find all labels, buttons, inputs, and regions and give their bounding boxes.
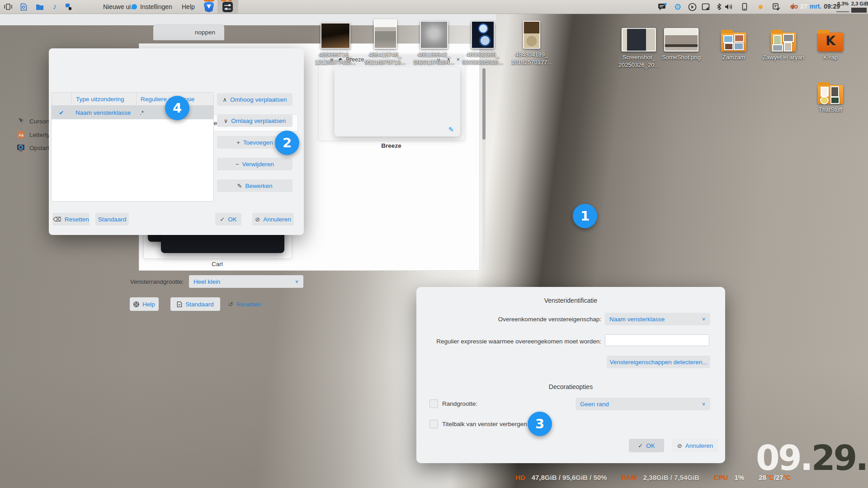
file-label: 485832365_ [456,51,510,58]
edit-button[interactable]: ✎ Bewerken [217,179,292,192]
row-exception-type: Naam vensterklasse [71,109,136,116]
border-size-combobox[interactable]: Geen rand ∨ [576,398,710,410]
reset-button[interactable]: ↺ Resetten [224,297,265,311]
music-note-icon[interactable]: ♪ [50,2,59,11]
matching-property-label: Overeenkomende venstereigenschap: [425,316,601,323]
cpu-monitor-value[interactable]: 0,3% [837,1,849,6]
clock-hours: 09. [756,445,811,472]
settings-app-icon[interactable] [222,2,233,12]
folder-icon: K [818,33,843,52]
svg-text:Aa: Aa [19,133,24,137]
detect-properties-button[interactable]: Venstereigenschappen detecteren... [607,356,710,368]
undo-icon: ↺ [228,301,233,308]
cancel-icon: ⊘ [255,216,260,223]
updates-gear-icon[interactable]: ⚙ [673,2,682,11]
desktop-screen: HD 47,8GiB / 95,6GiB / 50% RAM 2,38GiB /… [0,0,868,488]
folder-label: Zamzam [707,53,761,61]
display-corner-icon[interactable] [701,2,710,11]
folder-thumb [723,35,733,43]
row-regex: .* [136,109,144,116]
ram-monitor-value[interactable]: 2,3 GiB [851,1,868,6]
file-label: 93058385928... [456,58,510,66]
splash-screen-icon [17,144,25,152]
desktop-file[interactable]: 484804189_10162570177... [505,19,559,66]
cursor-icon [17,117,25,125]
panel-clock[interactable]: do 27 mrt. 09:29 [790,3,840,10]
kde-connect-icon[interactable] [64,2,73,11]
ok-button[interactable]: ✓ OK [629,439,664,452]
usb-device-icon[interactable] [772,2,781,11]
window-identification-dialog: Vensteridentificatie Overeenkomende vens… [416,287,725,463]
file-thumbnail [664,28,698,52]
desktop-file[interactable]: 485099716_12126377435... [308,19,363,66]
bluetooth-icon[interactable] [714,2,723,11]
clock-month: mrt. [810,3,821,10]
border-size-combobox[interactable]: Heel klein ∨ [189,275,303,288]
menubar-item-settings[interactable]: Instellingen [140,3,172,10]
scrollbar-handle[interactable] [482,68,486,140]
move-up-button[interactable]: ∧ Omhoog verplaatsen [217,93,292,106]
ram-graph [851,8,867,13]
row-check-icon[interactable]: ✔ [52,109,71,116]
default-button[interactable]: Standaard [95,213,129,225]
border-size-label: Randgrootte: [442,400,477,407]
default-button[interactable]: Standaard [170,297,220,311]
desktop-file[interactable]: 485832365_93058385928... [456,19,510,66]
media-player-icon[interactable] [688,2,697,11]
status-dot-icon[interactable] [759,5,763,9]
folder-thumb [821,87,829,97]
cancel-button[interactable]: ⊘ Annuleren [672,439,718,452]
minus-icon: − [236,161,239,168]
tab-titlebar-buttons-partial[interactable]: noppen [153,24,224,40]
desktop-folder[interactable]: Zawyet el aryan [756,22,811,61]
help-icon [133,301,139,307]
hide-titlebar-label: Titelbalk van venster verbergen [442,421,527,427]
ram-value: 2,38GiB / 7,54GiB [643,474,699,481]
matching-property-combobox[interactable]: Naam vensterklasse ∨ [605,313,710,325]
folder-icon[interactable] [35,2,44,11]
clock-date: 27 [800,3,807,10]
chevron-down-icon: ∨ [224,117,228,124]
desktop-file[interactable]: SomeShot.png [654,22,708,61]
breeze-preview-overlay: ∴ ✎ [335,67,460,136]
app-dots-icon: ∴ [338,68,341,74]
brave-browser-icon[interactable] [203,1,214,12]
border-size-checkbox[interactable] [429,399,438,408]
folder-thumb [734,34,744,42]
chevron-down-icon: ∨ [295,279,299,284]
move-down-button[interactable]: ∨ Omlaag verplaatsen [217,114,292,127]
folder-label: Zawyet el aryan [756,53,811,61]
volume-icon[interactable] [724,2,733,11]
help-button[interactable]: Help [130,297,159,311]
desktop-folder[interactable]: Zamzam [707,22,761,61]
hide-titlebar-checkbox[interactable] [429,420,438,428]
menubar-item-help[interactable]: Help [182,3,195,10]
folder-icon [771,33,796,52]
conky-clock: 09. 29. 27. do [756,445,867,472]
edit-theme-button[interactable]: ✎ [448,126,454,134]
header-exception-type[interactable]: Type uitzondering [72,93,137,105]
reset-button[interactable]: ⌫ Resetten [52,213,90,225]
file-thumbnail [471,21,495,49]
cancel-button[interactable]: ⊘ Annuleren [252,213,294,225]
desktop-folder[interactable]: ThatStuff [803,74,858,113]
cancel-icon: ⊘ [677,442,682,449]
theme-card-breeze[interactable]: ∴ ≡ Breeze ∨ ∧ × ∴ ✎ [318,54,465,141]
exceptions-table: Type uitzondering Reguliere expressie ✔ … [51,92,214,202]
document-icon[interactable] [19,2,28,11]
window-manager-icon[interactable] [4,2,13,11]
cpu-label: CPU [714,474,728,481]
remove-button[interactable]: − Verwijderen [217,158,292,170]
decoration-options-title: Decoratieopties [416,383,725,390]
file-label: 10162570177... [505,58,559,66]
desktop-file[interactable]: 486415746_95216875713... [358,19,412,66]
hd-label: HD [515,474,525,481]
regex-input[interactable] [605,334,709,346]
table-header: Type uitzondering Reguliere expressie [52,93,213,106]
phone-icon[interactable] [740,2,749,11]
desktop-file[interactable]: 485159942_59201376384... [407,19,461,66]
ok-button[interactable]: ✓ OK [215,213,241,225]
header-checkbox-col [52,93,72,105]
desktop-folder[interactable]: K K-rap [803,22,858,61]
notifications-icon[interactable] [658,2,667,11]
